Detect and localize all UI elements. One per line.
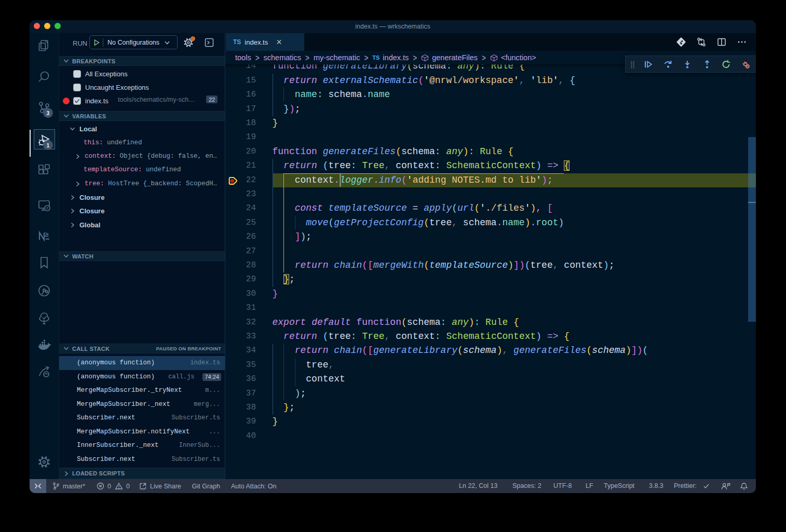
svg-text:≥: ≥ — [45, 230, 49, 238]
